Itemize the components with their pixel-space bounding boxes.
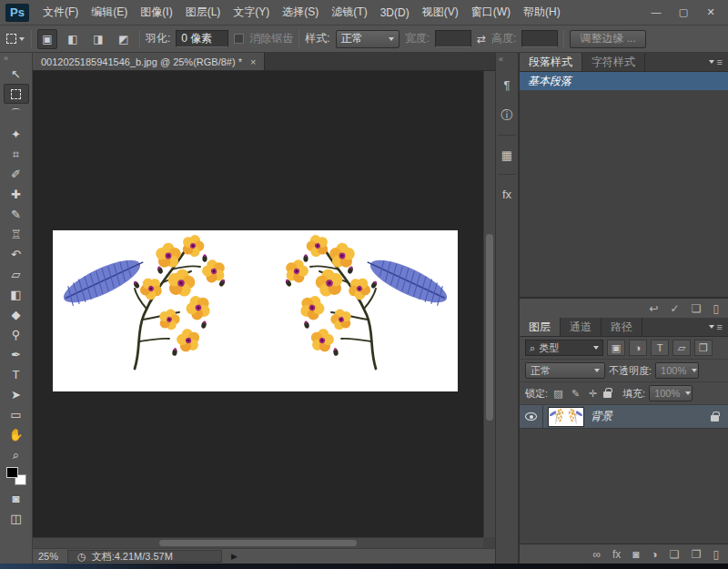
delete-style-icon[interactable]: ▯: [713, 302, 719, 315]
pen-tool[interactable]: ✒: [4, 344, 29, 364]
panel-menu-button[interactable]: ≡: [709, 318, 728, 336]
status-flyout-arrow-icon[interactable]: ▶: [231, 552, 238, 561]
quick-mask-button[interactable]: ◙: [4, 488, 29, 508]
close-button[interactable]: ✕: [704, 6, 717, 18]
menu-layer[interactable]: 图层(L): [179, 0, 228, 25]
horizontal-scrollbar[interactable]: [33, 537, 483, 548]
menu-image[interactable]: 图像(I): [134, 0, 178, 25]
new-style-icon[interactable]: ❏: [692, 302, 702, 315]
paragraph-panel-icon[interactable]: ¶: [496, 73, 518, 97]
link-layers-icon[interactable]: ∞: [592, 548, 601, 561]
panel-menu-button[interactable]: ≡: [709, 53, 728, 71]
layer-name[interactable]: 背景: [591, 409, 612, 424]
menu-view[interactable]: 视图(V): [416, 0, 465, 25]
adjustment-layer-icon[interactable]: ◑: [652, 548, 658, 561]
tab-close-icon[interactable]: ×: [250, 56, 256, 67]
fill-dropdown[interactable]: 100%: [649, 385, 693, 401]
lock-transparency-icon[interactable]: ▨: [551, 388, 565, 400]
new-selection-button[interactable]: ▣: [37, 29, 57, 49]
dodge-tool[interactable]: ⚲: [4, 324, 29, 344]
subtract-selection-button[interactable]: ◨: [88, 29, 108, 49]
opacity-dropdown[interactable]: 100%: [655, 362, 699, 379]
document-image[interactable]: [53, 230, 458, 391]
eyedropper-tool[interactable]: ✐: [4, 164, 29, 184]
filter-type-layers-icon[interactable]: T: [651, 340, 669, 356]
lasso-tool[interactable]: ⌒: [4, 104, 29, 124]
tab-character-styles[interactable]: 字符样式: [582, 53, 645, 71]
horizontal-scrollbar-thumb[interactable]: [159, 540, 358, 546]
add-selection-button[interactable]: ◧: [63, 29, 83, 49]
blur-tool[interactable]: ◆: [4, 304, 29, 324]
foreground-color-swatch[interactable]: [6, 467, 18, 478]
screen-mode-button[interactable]: ◫: [4, 508, 29, 528]
crop-tool[interactable]: ⌗: [4, 144, 29, 164]
shape-tool[interactable]: ▭: [4, 404, 29, 424]
maximize-button[interactable]: ▢: [677, 6, 690, 18]
document-info[interactable]: ◷ 文档:4.21M/3.57M: [67, 550, 222, 563]
type-tool[interactable]: T: [4, 364, 29, 384]
redefine-style-icon[interactable]: ↩: [650, 302, 659, 315]
menu-select[interactable]: 选择(S): [276, 0, 325, 25]
lock-paint-icon[interactable]: ✎: [569, 388, 582, 400]
menu-help[interactable]: 帮助(H): [517, 0, 567, 25]
vertical-scrollbar[interactable]: [483, 71, 495, 537]
filter-smart-objects-icon[interactable]: ❒: [694, 340, 713, 356]
styles-panel-icon[interactable]: fx: [496, 182, 518, 206]
layer-row-background[interactable]: 背景: [520, 405, 728, 429]
canvas[interactable]: [33, 71, 495, 548]
menu-filter[interactable]: 滤镜(T): [325, 0, 373, 25]
layer-thumbnail[interactable]: [549, 408, 583, 426]
color-swatches[interactable]: [5, 466, 27, 486]
info-panel-icon[interactable]: ⓘ: [496, 104, 518, 127]
clone-stamp-tool[interactable]: ♖: [4, 224, 29, 244]
blend-mode-dropdown[interactable]: 正常: [525, 362, 605, 379]
layer-style-icon[interactable]: fx: [612, 548, 621, 561]
antialias-checkbox[interactable]: [234, 34, 244, 44]
swatches-panel-icon[interactable]: ▦: [496, 143, 518, 167]
lock-all-icon[interactable]: [603, 391, 612, 398]
add-mask-icon[interactable]: ◙: [632, 548, 639, 561]
history-brush-tool[interactable]: ↶: [4, 244, 29, 264]
eraser-tool[interactable]: ▱: [4, 264, 29, 284]
zoom-tool[interactable]: ⌕: [4, 444, 29, 464]
move-tool[interactable]: ↖: [4, 64, 29, 84]
zoom-level[interactable]: 25%: [38, 551, 58, 562]
quick-selection-tool[interactable]: ✦: [4, 124, 29, 144]
tab-channels[interactable]: 通道: [561, 318, 602, 336]
clear-override-icon[interactable]: ✓: [671, 302, 680, 315]
visibility-eye-icon[interactable]: [525, 412, 537, 421]
delete-layer-icon[interactable]: ▯: [713, 548, 719, 561]
gradient-tool[interactable]: ◧: [4, 284, 29, 304]
refine-edge-button[interactable]: 调整边缘 ...: [570, 30, 645, 48]
feather-input[interactable]: 0 像素: [176, 30, 228, 47]
document-tab[interactable]: 0012025185941546_b.jpg @ 25%(RGB/8#) * ×: [33, 53, 265, 70]
lock-position-icon[interactable]: ✛: [586, 388, 600, 400]
tool-preset-dropdown[interactable]: [5, 29, 25, 49]
menu-3d[interactable]: 3D(D): [374, 0, 416, 25]
menu-window[interactable]: 窗口(W): [465, 0, 517, 25]
height-input[interactable]: [521, 30, 558, 47]
rectangular-marquee-tool[interactable]: [4, 84, 29, 104]
visibility-cell[interactable]: [520, 405, 543, 428]
layer-filter-dropdown[interactable]: ⌕ 类型: [525, 340, 603, 356]
hand-tool[interactable]: ✋: [4, 424, 29, 444]
swap-dimensions-icon[interactable]: ⇄: [477, 33, 486, 46]
tab-paths[interactable]: 路径: [602, 318, 642, 336]
width-input[interactable]: [435, 30, 471, 47]
filter-adjustment-layers-icon[interactable]: ◑: [629, 340, 647, 356]
path-selection-tool[interactable]: ➤: [4, 384, 29, 404]
new-layer-icon[interactable]: ❐: [692, 548, 702, 561]
style-dropdown[interactable]: 正常: [336, 30, 399, 48]
brush-tool[interactable]: ✎: [4, 204, 29, 224]
menu-file[interactable]: 文件(F): [36, 0, 85, 25]
filter-pixel-layers-icon[interactable]: ▣: [607, 340, 625, 356]
vertical-scrollbar-thumb[interactable]: [486, 234, 493, 421]
tab-paragraph-styles[interactable]: 段落样式: [520, 53, 582, 71]
healing-brush-tool[interactable]: ✚: [4, 184, 29, 204]
intersect-selection-button[interactable]: ◩: [114, 29, 134, 49]
toolbar-grip-icon[interactable]: »: [0, 54, 8, 64]
paragraph-style-item-basic[interactable]: 基本段落: [520, 72, 728, 90]
expand-dock-chevron-icon[interactable]: «: [496, 55, 503, 66]
tab-layers[interactable]: 图层: [520, 318, 561, 336]
minimize-button[interactable]: —: [650, 6, 662, 18]
